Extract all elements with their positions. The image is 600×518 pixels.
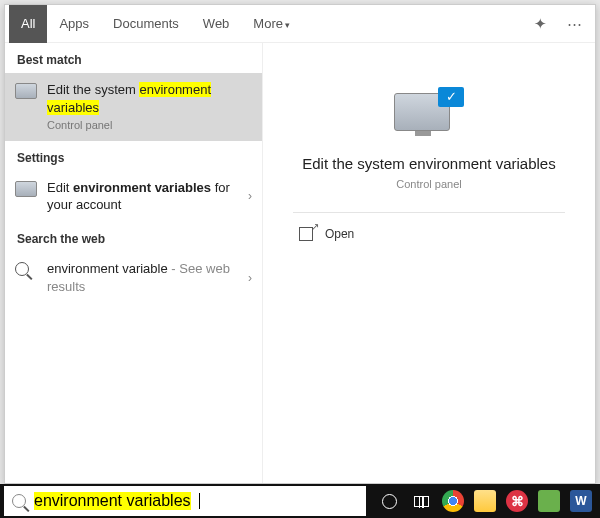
- search-icon: [15, 262, 37, 284]
- taskbar-search-box[interactable]: environment variables: [4, 486, 366, 516]
- action-open[interactable]: Open: [293, 213, 565, 255]
- app-word[interactable]: W: [566, 486, 596, 516]
- tab-more[interactable]: More: [241, 5, 302, 43]
- open-icon: [299, 227, 313, 241]
- app-red[interactable]: ⌘: [502, 486, 532, 516]
- app-chrome[interactable]: [438, 486, 468, 516]
- preview-large-icon: ✓: [394, 87, 464, 137]
- tab-apps[interactable]: Apps: [47, 5, 101, 43]
- chevron-right-icon: ›: [248, 271, 252, 285]
- result-subtitle: Control panel: [47, 118, 252, 133]
- preview-title: Edit the system environment variables: [286, 155, 571, 172]
- cortana-button[interactable]: [374, 486, 404, 516]
- result-best-match[interactable]: Edit the system environment variables Co…: [5, 73, 262, 141]
- tab-all[interactable]: All: [9, 5, 47, 43]
- more-options-icon[interactable]: ⋯: [557, 15, 591, 33]
- search-results-panel: All Apps Documents Web More ✦ ⋯ Best mat…: [4, 4, 596, 484]
- section-search-web: Search the web: [5, 222, 262, 252]
- preview-pane: ✓ Edit the system environment variables …: [263, 43, 595, 483]
- feedback-icon[interactable]: ✦: [523, 15, 557, 33]
- result-settings-item[interactable]: Edit environment variables for your acco…: [5, 171, 262, 222]
- taskbar: environment variables ⌘ W: [0, 484, 600, 518]
- preview-subtitle: Control panel: [396, 178, 461, 190]
- task-view-button[interactable]: [406, 486, 436, 516]
- tab-web[interactable]: Web: [191, 5, 242, 43]
- search-input[interactable]: environment variables: [34, 492, 191, 510]
- search-icon: [12, 494, 26, 508]
- control-panel-icon: [15, 83, 37, 105]
- tab-documents[interactable]: Documents: [101, 5, 191, 43]
- settings-monitor-icon: [15, 181, 37, 203]
- section-best-match: Best match: [5, 43, 262, 73]
- app-green[interactable]: [534, 486, 564, 516]
- filter-tabs: All Apps Documents Web More ✦ ⋯: [5, 5, 595, 43]
- chevron-right-icon: ›: [248, 189, 252, 203]
- result-web-search[interactable]: environment variable - See web results ›: [5, 252, 262, 303]
- app-file-explorer[interactable]: [470, 486, 500, 516]
- results-list: Best match Edit the system environment v…: [5, 43, 263, 483]
- section-settings: Settings: [5, 141, 262, 171]
